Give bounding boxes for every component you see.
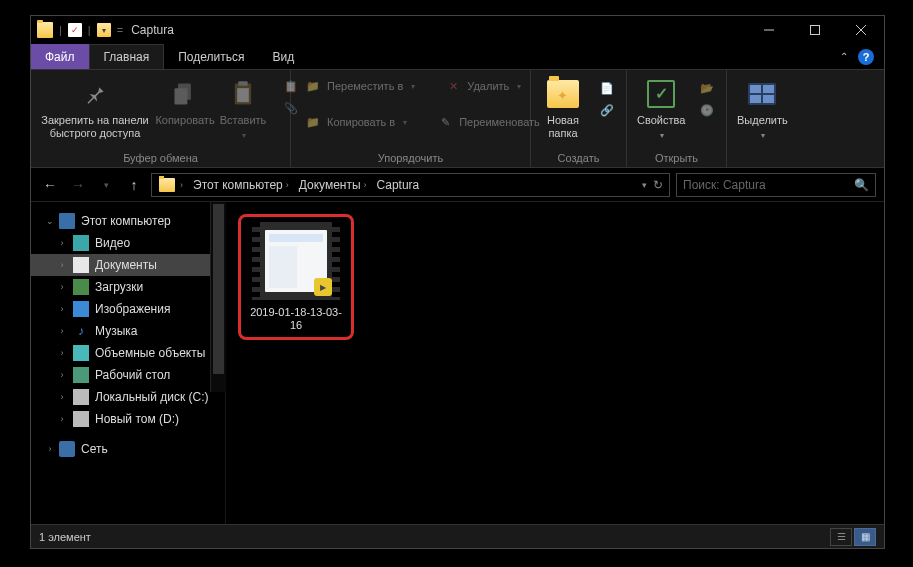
ribbon: Закрепить на панели быстрого доступа Коп… [31,70,884,168]
copy-button[interactable]: Копировать [157,74,213,131]
image-icon [73,301,89,317]
group-select-label [727,150,807,167]
qat-customize-icon[interactable]: ▾ [97,23,111,37]
delete-button[interactable]: ✕Удалить▾ [439,76,527,96]
select-label: Выделить [737,114,788,127]
network-icon [59,441,75,457]
file-name-label: 2019-01-18-13-03-16 [246,306,346,332]
folder-icon [159,178,175,192]
tree-music[interactable]: ›♪Музыка [31,320,225,342]
search-placeholder: Поиск: Captura [683,178,766,192]
help-icon[interactable]: ? [858,49,874,65]
properties-label: Свойства [637,114,685,127]
easy-access-button[interactable]: 🔗 [593,100,621,120]
tab-view[interactable]: Вид [258,44,308,69]
pc-icon [59,213,75,229]
new-item-button[interactable]: 📄 [593,78,621,98]
tree-video[interactable]: ›Видео [31,232,225,254]
tree-network[interactable]: ›Сеть [31,438,225,460]
move-to-button[interactable]: 📁Переместить в▾ [299,76,421,96]
tree-drive-d[interactable]: ›Новый том (D:) [31,408,225,430]
drive-icon [73,389,89,405]
back-button[interactable]: ← [39,174,61,196]
address-dropdown-icon[interactable]: ▾ [642,180,647,190]
group-open-label: Открыть [627,150,726,167]
forward-button[interactable]: → [67,174,89,196]
up-button[interactable]: ↑ [123,174,145,196]
sidebar-scrollbar[interactable] [210,202,226,392]
video-thumbnail: ▶ [252,222,340,300]
svg-rect-4 [238,81,247,86]
close-button[interactable] [838,16,884,44]
open-button[interactable]: 📂 [693,78,721,98]
details-view-button[interactable]: ☰ [830,528,852,546]
explorer-window: | ✓ | ▾ = Captura Файл Главная Поделитьс… [30,15,885,549]
tree-downloads[interactable]: ›Загрузки [31,276,225,298]
download-icon [73,279,89,295]
history-button[interactable]: 🕑 [693,100,721,120]
paste-label: Вставить [220,114,267,127]
recent-locations-button[interactable]: ▾ [95,174,117,196]
pin-quick-access-button[interactable]: Закрепить на панели быстрого доступа [35,74,155,144]
copy-label: Копировать [155,114,214,127]
ribbon-collapse-icon[interactable]: ⌃ [840,51,848,62]
tab-share[interactable]: Поделиться [164,44,258,69]
drive-icon [73,411,89,427]
search-box[interactable]: Поиск: Captura 🔍 [676,173,876,197]
expand-icon[interactable]: ⌄ [45,216,55,226]
tab-file[interactable]: Файл [31,44,89,69]
minimize-button[interactable] [746,16,792,44]
tab-home[interactable]: Главная [89,44,165,69]
group-clipboard-label: Буфер обмена [31,150,290,167]
pin-label: Закрепить на панели быстрого доступа [41,114,148,140]
breadcrumb-segment[interactable]: Captura [372,178,425,192]
svg-rect-5 [237,88,249,102]
refresh-icon[interactable]: ↻ [653,178,663,192]
search-icon: 🔍 [854,178,869,192]
player-overlay-icon: ▶ [314,278,332,296]
chevron-down-icon: ▾ [660,131,664,141]
status-bar: 1 элемент ☰ ▦ [31,524,884,548]
ribbon-tabs: Файл Главная Поделиться Вид ⌃ ? [31,44,884,70]
copy-to-button[interactable]: 📁Копировать в▾ [299,112,413,132]
breadcrumb-segment[interactable]: Документы› [294,178,372,192]
navigation-bar: ← → ▾ ↑ › Этот компьютер› Документы› Cap… [31,168,884,202]
desktop-icon [73,367,89,383]
nav-tree: ⌄ Этот компьютер ›Видео ›Документы ›Загр… [31,202,226,524]
cube-icon [73,345,89,361]
file-list[interactable]: ▶ 2019-01-18-13-03-16 [226,202,884,524]
tree-desktop[interactable]: ›Рабочий стол [31,364,225,386]
tree-documents[interactable]: ›Документы [31,254,225,276]
maximize-button[interactable] [792,16,838,44]
app-folder-icon [37,22,53,38]
paste-button[interactable]: Вставить ▾ [215,74,271,145]
video-icon [73,235,89,251]
qat-properties-icon[interactable]: ✓ [68,23,82,37]
group-create-label: Создать [531,150,626,167]
breadcrumb-segment[interactable]: Этот компьютер› [188,178,294,192]
tree-drive-c[interactable]: ›Локальный диск (C:) [31,386,225,408]
window-title: Captura [131,23,174,37]
select-button[interactable]: Выделить ▾ [731,74,794,145]
rename-button[interactable]: ✎Переименовать [431,112,546,132]
chevron-down-icon: ▾ [242,131,246,141]
new-folder-label: Новая папка [547,114,579,140]
group-organize-label: Упорядочить [291,150,530,167]
separator: | [59,24,62,36]
item-count: 1 элемент [39,531,91,543]
svg-rect-2 [175,88,188,104]
svg-rect-0 [811,26,820,35]
properties-button[interactable]: ✓ Свойства ▾ [631,74,691,145]
separator: | [88,24,91,36]
icons-view-button[interactable]: ▦ [854,528,876,546]
title-bar: | ✓ | ▾ = Captura [31,16,884,44]
chevron-down-icon: ▾ [761,131,765,141]
tree-this-pc[interactable]: ⌄ Этот компьютер [31,210,225,232]
music-icon: ♪ [73,323,89,339]
tree-3d[interactable]: ›Объемные объекты [31,342,225,364]
doc-icon [73,257,89,273]
tree-images[interactable]: ›Изображения [31,298,225,320]
file-item[interactable]: ▶ 2019-01-18-13-03-16 [238,214,354,340]
new-folder-button[interactable]: ✦ Новая папка [535,74,591,144]
address-bar[interactable]: › Этот компьютер› Документы› Captura ▾ ↻ [151,173,670,197]
